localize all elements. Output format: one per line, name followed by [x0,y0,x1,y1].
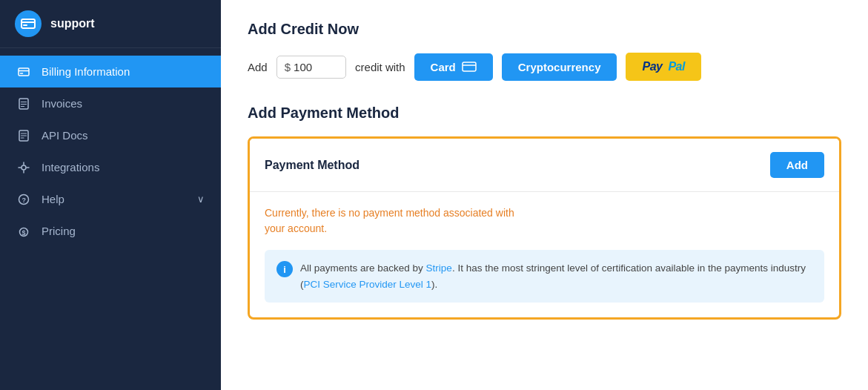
svg-point-14 [21,165,26,170]
card-icon [462,62,477,72]
svg-rect-0 [21,19,35,28]
sidebar-item-pricing-label: Pricing [42,225,76,237]
payment-method-title: Add Payment Method [248,105,841,122]
sidebar-title: support [50,17,95,30]
integrations-icon [16,162,31,173]
sidebar-item-api-docs[interactable]: API Docs [0,119,221,151]
stripe-info-box: i All payments are backed by Stripe. It … [265,250,824,303]
credit-amount-input[interactable] [294,61,338,73]
sidebar-item-invoices[interactable]: Invoices [0,87,221,119]
main-content: Add Credit Now Add $ credit with Card Cr… [221,0,868,390]
help-icon: ? [16,194,31,205]
sidebar-item-help-label: Help [42,193,64,205]
info-icon: i [276,261,293,277]
stripe-link[interactable]: Stripe [426,262,452,274]
payment-method-header: Payment Method Add [250,139,839,192]
payment-method-section: Add Payment Method Payment Method Add Cu… [248,105,841,320]
crypto-btn-label: Cryptocurrency [518,61,601,73]
help-chevron-icon: ∨ [197,194,205,205]
add-credit-section: Add Credit Now Add $ credit with Card Cr… [248,21,841,81]
sidebar: support Billing Information [0,0,221,390]
payment-method-box-title: Payment Method [265,159,360,172]
payment-method-box: Payment Method Add Currently, there is n… [248,136,841,320]
paypal-pay-label: Pay [642,60,662,73]
sidebar-item-integrations-label: Integrations [42,161,99,173]
sidebar-item-api-docs-label: API Docs [42,129,88,142]
svg-rect-23 [463,62,476,71]
pci-link[interactable]: PCI Service Provider Level 1 [304,279,432,290]
api-docs-icon [16,130,31,142]
stripe-text-prefix: All payments are backed by [300,262,426,274]
no-payment-text: Currently, there is no payment method as… [250,192,839,250]
add-credit-row: Add $ credit with Card Cryptocurrency Pa… [248,53,841,81]
stripe-text: All payments are backed by Stripe. It ha… [300,260,812,292]
currency-symbol: $ [285,61,291,73]
sidebar-header: support [0,0,221,48]
sidebar-nav: Billing Information Invoices [0,48,221,390]
card-button[interactable]: Card [414,53,493,81]
credit-input-wrap: $ [276,56,346,79]
add-payment-button[interactable]: Add [770,152,824,178]
paypal-button[interactable]: PayPal [626,53,700,81]
add-credit-title: Add Credit Now [248,21,841,38]
crypto-button[interactable]: Cryptocurrency [502,53,617,81]
invoices-icon [16,98,31,110]
svg-text:?: ? [22,196,27,204]
sidebar-logo [15,10,42,37]
sidebar-item-help[interactable]: ? Help ∨ [0,183,221,215]
billing-icon [16,66,31,78]
sidebar-item-billing[interactable]: Billing Information [0,56,221,87]
sidebar-item-invoices-label: Invoices [42,97,82,110]
pricing-icon: $ [16,225,31,237]
svg-text:$: $ [22,229,26,237]
sidebar-item-integrations[interactable]: Integrations [0,151,221,183]
svg-rect-3 [19,68,29,76]
paypal-pal-label: Pal [668,60,685,73]
credit-with-label: credit with [355,61,405,73]
sidebar-item-billing-label: Billing Information [42,65,130,78]
add-label: Add [248,61,268,73]
card-btn-label: Card [431,61,456,73]
sidebar-item-pricing[interactable]: $ Pricing [0,215,221,247]
stripe-text-suffix: ). [431,279,437,290]
